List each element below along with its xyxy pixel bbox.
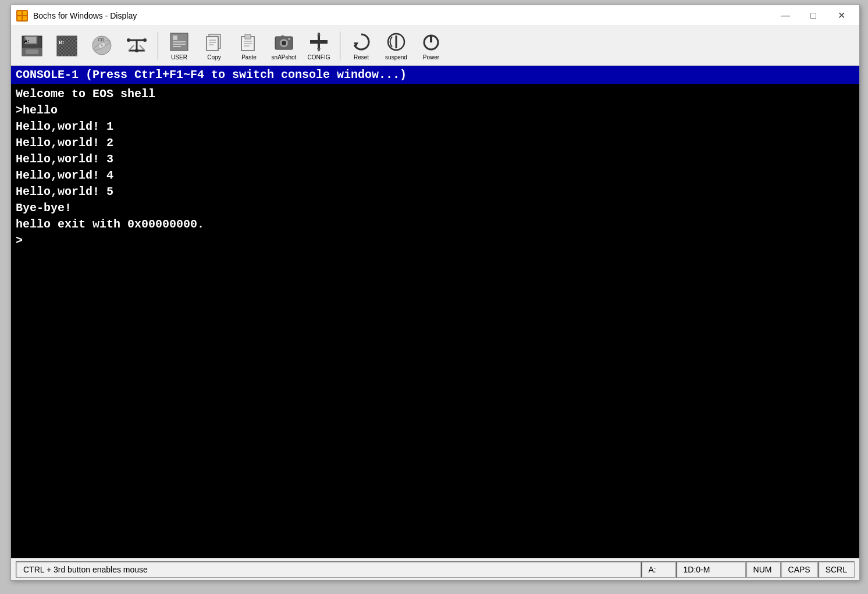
svg-rect-1	[17, 11, 22, 15]
svg-marker-53	[317, 32, 321, 35]
user-label: USER	[171, 54, 187, 61]
svg-point-27	[143, 38, 147, 42]
minimize-button[interactable]: —	[772, 7, 799, 24]
copy-icon	[203, 31, 225, 54]
svg-rect-49	[281, 35, 284, 38]
svg-rect-32	[173, 35, 177, 40]
config-label: CONFIG	[308, 54, 330, 61]
config-button[interactable]: CONFIG	[303, 29, 335, 63]
floppy-b-button[interactable]: B:	[51, 29, 83, 63]
status-scrl: SCRL	[818, 561, 855, 578]
status-hd: 1D:0-M	[676, 561, 746, 578]
power-label: Power	[423, 54, 439, 61]
svg-marker-54	[317, 48, 321, 52]
paste-label: Paste	[241, 54, 257, 61]
reset-icon	[350, 31, 372, 54]
console-line-9: hello exit with 0x00000000.	[16, 216, 855, 233]
svg-rect-2	[23, 11, 27, 15]
cdrom-icon: CD	[91, 34, 113, 58]
svg-point-20	[101, 44, 103, 47]
console-line-2: Hello,world! 1	[16, 119, 855, 135]
console-line-4: Hello,world! 3	[16, 151, 855, 168]
suspend-icon	[385, 31, 407, 54]
reset-button[interactable]: Reset	[345, 29, 378, 63]
snapshot-label: snAPshot	[272, 54, 297, 61]
config-icon	[308, 31, 330, 54]
network-icon	[126, 34, 148, 58]
svg-text:CD: CD	[98, 37, 105, 42]
paste-button[interactable]: Paste	[233, 29, 265, 63]
window-title: Bochs for Windows - Display	[33, 11, 772, 20]
maximize-button[interactable]: □	[800, 7, 827, 24]
status-bar: CTRL + 3rd button enables mouse A: 1D:0-…	[11, 558, 859, 580]
power-icon	[420, 31, 442, 54]
user-button[interactable]: USER	[163, 29, 195, 63]
floppy-b-icon: B:	[56, 35, 78, 57]
console[interactable]: CONSOLE-1 (Press Ctrl+F1~F4 to switch co…	[11, 66, 859, 558]
close-button[interactable]: ✕	[828, 7, 855, 24]
status-drive: A:	[641, 561, 676, 578]
main-window: Bochs for Windows - Display — □ ✕ A:	[10, 5, 860, 581]
paste-icon	[238, 31, 260, 54]
console-line-7: Bye-bye!	[16, 200, 855, 216]
network-button[interactable]	[120, 29, 153, 63]
separator-1	[158, 31, 158, 61]
console-header: CONSOLE-1 (Press Ctrl+F1~F4 to switch co…	[11, 66, 859, 84]
app-icon	[16, 9, 29, 22]
toolbar: A: B:	[11, 26, 859, 66]
snapshot-icon	[273, 31, 295, 54]
floppy-a-button[interactable]: A:	[16, 29, 48, 63]
suspend-label: suspend	[385, 54, 407, 61]
svg-point-50	[288, 38, 290, 40]
suspend-button[interactable]: suspend	[380, 29, 412, 63]
status-main: CTRL + 3rd button enables mouse	[16, 561, 641, 578]
svg-rect-37	[207, 37, 218, 51]
console-line-1: >hello	[16, 102, 855, 119]
snapshot-button[interactable]: snAPshot	[268, 29, 300, 63]
svg-point-26	[127, 38, 130, 42]
svg-rect-34	[173, 44, 186, 45]
copy-label: Copy	[207, 54, 220, 61]
svg-rect-52	[310, 40, 328, 44]
svg-rect-9	[26, 49, 38, 54]
svg-point-48	[282, 41, 286, 45]
status-caps: CAPS	[781, 561, 818, 578]
separator-2	[340, 31, 340, 61]
svg-text:A:: A:	[24, 38, 30, 44]
svg-text:B:: B:	[59, 40, 65, 45]
svg-rect-33	[173, 41, 186, 42]
console-line-5: Hello,world! 4	[16, 168, 855, 184]
console-line-6: Hello,world! 5	[16, 184, 855, 200]
svg-rect-35	[173, 46, 181, 47]
cdrom-button[interactable]: CD	[86, 29, 118, 63]
svg-point-28	[135, 49, 138, 52]
console-line-3: Hello,world! 2	[16, 135, 855, 151]
console-line-10: >	[16, 233, 855, 249]
user-icon	[168, 31, 190, 54]
console-area[interactable]: CONSOLE-1 (Press Ctrl+F1~F4 to switch co…	[11, 66, 859, 558]
reset-label: Reset	[354, 54, 369, 61]
copy-button[interactable]: Copy	[198, 29, 230, 63]
svg-rect-42	[245, 34, 251, 39]
svg-rect-4	[23, 16, 27, 20]
console-body: Welcome to EOS shell >hello Hello,world!…	[11, 84, 859, 251]
status-num: NUM	[746, 561, 781, 578]
floppy-a-icon: A:	[21, 35, 43, 57]
window-controls: — □ ✕	[772, 7, 855, 24]
svg-rect-3	[17, 16, 22, 20]
power-button[interactable]: Power	[415, 29, 447, 63]
console-line-0: Welcome to EOS shell	[16, 86, 855, 102]
title-bar: Bochs for Windows - Display — □ ✕	[11, 5, 859, 26]
